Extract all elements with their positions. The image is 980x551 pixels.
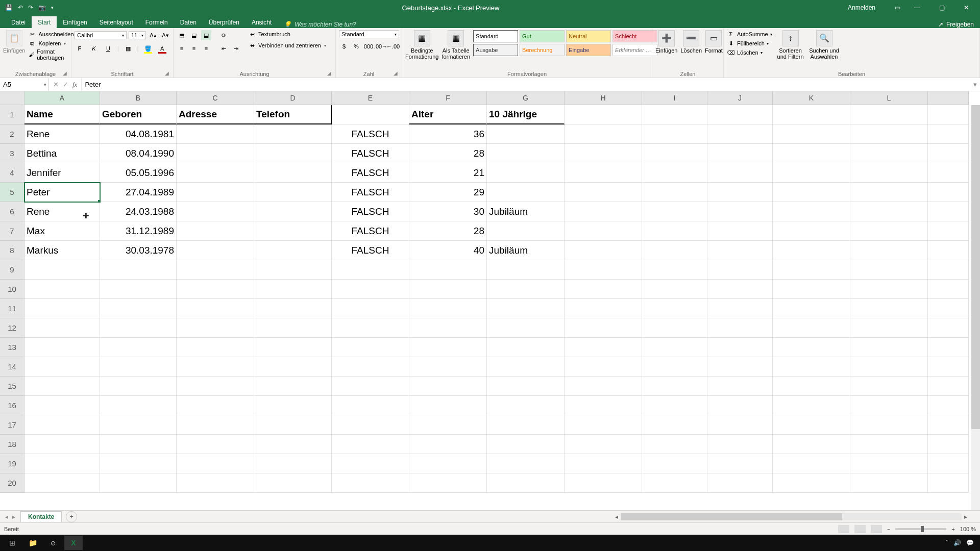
cell[interactable] — [177, 124, 254, 144]
row-header[interactable]: 6 — [0, 202, 24, 221]
cell[interactable] — [850, 435, 928, 454]
cell[interactable] — [707, 435, 773, 454]
cell[interactable] — [409, 318, 487, 338]
cell[interactable] — [773, 299, 850, 318]
dialog-launcher-icon[interactable]: ◢ — [63, 70, 67, 76]
cell[interactable] — [332, 377, 409, 396]
cell[interactable] — [177, 202, 254, 221]
cell[interactable] — [773, 241, 850, 260]
cell[interactable] — [707, 241, 773, 260]
cell[interactable] — [642, 183, 707, 202]
cell[interactable]: FALSCH — [332, 241, 409, 260]
merge-center-button[interactable]: ⬌Verbinden und zentrieren▾ — [248, 41, 326, 49]
cell[interactable] — [642, 396, 707, 415]
cell[interactable] — [332, 280, 409, 299]
cell-style-ausgabe[interactable]: Ausgabe — [473, 44, 518, 56]
cell[interactable] — [332, 338, 409, 357]
cell[interactable] — [850, 473, 928, 493]
cell[interactable] — [409, 377, 487, 396]
qat-dropdown-icon[interactable]: ▾ — [51, 5, 54, 10]
column-header[interactable]: F — [409, 91, 487, 105]
cell[interactable] — [254, 280, 332, 299]
cell[interactable] — [928, 202, 969, 221]
cell[interactable] — [332, 318, 409, 338]
cell[interactable] — [24, 473, 100, 493]
cell[interactable] — [707, 357, 773, 377]
cell[interactable] — [642, 357, 707, 377]
cell[interactable] — [928, 221, 969, 241]
cell[interactable]: Bettina — [24, 144, 100, 163]
cell[interactable] — [409, 415, 487, 435]
cut-button[interactable]: ✂Ausschneiden — [28, 30, 74, 38]
cell[interactable] — [177, 221, 254, 241]
wrap-text-button[interactable]: ↩Textumbruch — [248, 30, 326, 38]
increase-decimal-icon[interactable]: .00→ — [376, 41, 386, 52]
minimize-button[interactable]: — — [910, 4, 925, 11]
cell[interactable]: 36 — [409, 124, 487, 144]
row-header[interactable]: 2 — [0, 124, 24, 144]
cell[interactable] — [850, 105, 928, 124]
cell[interactable] — [487, 435, 565, 454]
tab-start[interactable]: Start — [32, 16, 57, 28]
cell[interactable] — [773, 318, 850, 338]
cell[interactable] — [409, 357, 487, 377]
cell[interactable] — [642, 377, 707, 396]
insert-cells-button[interactable]: ➕ Einfügen — [655, 30, 677, 54]
cell[interactable] — [100, 377, 177, 396]
cell[interactable] — [850, 357, 928, 377]
add-sheet-button[interactable]: + — [66, 511, 77, 522]
cell[interactable] — [565, 318, 642, 338]
cell[interactable] — [254, 163, 332, 183]
cell[interactable] — [487, 415, 565, 435]
cell[interactable] — [177, 183, 254, 202]
cell[interactable] — [642, 435, 707, 454]
cell[interactable] — [332, 260, 409, 280]
cell[interactable] — [409, 396, 487, 415]
cell[interactable] — [254, 454, 332, 473]
cell[interactable] — [707, 124, 773, 144]
cell[interactable] — [773, 473, 850, 493]
cell[interactable] — [24, 357, 100, 377]
row-header[interactable]: 1 — [0, 105, 24, 124]
cell[interactable] — [24, 415, 100, 435]
cell[interactable] — [773, 260, 850, 280]
cell[interactable] — [332, 299, 409, 318]
cell[interactable] — [928, 454, 969, 473]
cell[interactable] — [850, 124, 928, 144]
cell[interactable] — [850, 280, 928, 299]
cell[interactable]: 21 — [409, 163, 487, 183]
align-left-icon[interactable]: ≡ — [177, 43, 187, 54]
cell[interactable] — [177, 415, 254, 435]
row-header[interactable]: 13 — [0, 338, 24, 357]
cell[interactable]: Alter — [409, 105, 487, 124]
cell[interactable] — [254, 377, 332, 396]
cell[interactable] — [928, 473, 969, 493]
cell[interactable] — [24, 260, 100, 280]
tab-formeln[interactable]: Formeln — [139, 16, 174, 28]
row-header[interactable]: 16 — [0, 396, 24, 415]
cell[interactable] — [565, 163, 642, 183]
align-center-icon[interactable]: ≡ — [189, 43, 199, 54]
cell[interactable] — [254, 144, 332, 163]
dialog-launcher-icon[interactable]: ◢ — [327, 70, 331, 76]
cell[interactable]: FALSCH — [332, 144, 409, 163]
decrease-font-icon[interactable]: A▾ — [160, 30, 170, 40]
accept-formula-icon[interactable]: ✓ — [63, 81, 68, 88]
cell[interactable] — [565, 377, 642, 396]
cell[interactable] — [487, 260, 565, 280]
cell[interactable] — [177, 377, 254, 396]
cell[interactable] — [254, 183, 332, 202]
cell[interactable] — [409, 454, 487, 473]
redo-icon[interactable]: ↷ — [28, 4, 33, 11]
italic-button[interactable]: K — [89, 43, 99, 54]
cell[interactable]: Peter — [24, 183, 100, 202]
cell[interactable] — [409, 473, 487, 493]
cell-style-schlecht[interactable]: Schlecht — [612, 30, 657, 42]
tab-einfügen[interactable]: Einfügen — [57, 16, 93, 28]
cell[interactable] — [565, 183, 642, 202]
dialog-launcher-icon[interactable]: ◢ — [165, 70, 169, 76]
cell[interactable] — [773, 357, 850, 377]
volume-icon[interactable]: 🔊 — [953, 539, 961, 546]
select-all-corner[interactable] — [0, 91, 24, 105]
scrollbar-thumb[interactable] — [971, 105, 980, 429]
